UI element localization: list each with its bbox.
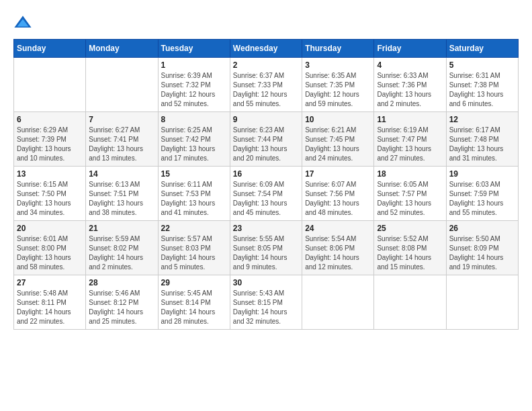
day-info: Sunrise: 6:21 AM Sunset: 7:45 PM Dayligh…	[305, 126, 371, 163]
day-info: Sunrise: 5:43 AM Sunset: 8:15 PM Dayligh…	[233, 289, 299, 326]
calendar-cell: 14Sunrise: 6:13 AM Sunset: 7:51 PM Dayli…	[86, 167, 158, 221]
logo	[13, 13, 35, 32]
day-header-saturday: Saturday	[446, 40, 518, 58]
day-info: Sunrise: 5:46 AM Sunset: 8:12 PM Dayligh…	[89, 289, 154, 326]
calendar-cell: 26Sunrise: 5:50 AM Sunset: 8:09 PM Dayli…	[446, 221, 518, 275]
day-number: 27	[17, 278, 83, 287]
day-info: Sunrise: 6:17 AM Sunset: 7:48 PM Dayligh…	[449, 126, 515, 163]
day-info: Sunrise: 6:25 AM Sunset: 7:42 PM Dayligh…	[161, 126, 227, 163]
calendar-cell: 12Sunrise: 6:17 AM Sunset: 7:48 PM Dayli…	[446, 112, 518, 167]
calendar-cell	[374, 275, 446, 330]
day-info: Sunrise: 6:07 AM Sunset: 7:56 PM Dayligh…	[305, 180, 371, 218]
day-info: Sunrise: 6:05 AM Sunset: 7:57 PM Dayligh…	[377, 180, 443, 218]
day-info: Sunrise: 5:50 AM Sunset: 8:09 PM Dayligh…	[449, 234, 515, 272]
calendar-cell: 11Sunrise: 6:19 AM Sunset: 7:47 PM Dayli…	[374, 112, 446, 167]
calendar-cell	[14, 58, 86, 112]
day-number: 19	[449, 169, 515, 179]
day-number: 18	[377, 169, 443, 179]
day-number: 3	[305, 60, 371, 70]
page-header	[13, 13, 519, 32]
day-number: 28	[89, 278, 154, 287]
calendar-cell: 2Sunrise: 6:37 AM Sunset: 7:33 PM Daylig…	[230, 58, 302, 112]
calendar-cell: 5Sunrise: 6:31 AM Sunset: 7:38 PM Daylig…	[446, 58, 518, 112]
day-info: Sunrise: 5:54 AM Sunset: 8:06 PM Dayligh…	[305, 234, 371, 272]
day-number: 8	[161, 115, 227, 124]
calendar-week-4: 20Sunrise: 6:01 AM Sunset: 8:00 PM Dayli…	[14, 221, 519, 275]
day-number: 13	[17, 169, 83, 179]
day-number: 11	[377, 115, 443, 124]
calendar-cell: 7Sunrise: 6:27 AM Sunset: 7:41 PM Daylig…	[86, 112, 158, 167]
calendar-cell: 30Sunrise: 5:43 AM Sunset: 8:15 PM Dayli…	[230, 275, 302, 330]
calendar-week-2: 6Sunrise: 6:29 AM Sunset: 7:39 PM Daylig…	[14, 112, 519, 167]
calendar-cell: 22Sunrise: 5:57 AM Sunset: 8:03 PM Dayli…	[158, 221, 230, 275]
day-info: Sunrise: 6:03 AM Sunset: 7:59 PM Dayligh…	[449, 180, 515, 218]
calendar-cell: 17Sunrise: 6:07 AM Sunset: 7:56 PM Dayli…	[302, 167, 374, 221]
calendar-table: SundayMondayTuesdayWednesdayThursdayFrid…	[13, 39, 519, 330]
day-info: Sunrise: 6:13 AM Sunset: 7:51 PM Dayligh…	[89, 180, 154, 218]
day-info: Sunrise: 5:55 AM Sunset: 8:05 PM Dayligh…	[233, 234, 299, 272]
day-header-monday: Monday	[86, 40, 158, 58]
calendar-cell: 6Sunrise: 6:29 AM Sunset: 7:39 PM Daylig…	[14, 112, 86, 167]
day-number: 9	[233, 115, 299, 124]
calendar-cell: 21Sunrise: 5:59 AM Sunset: 8:02 PM Dayli…	[86, 221, 158, 275]
day-number: 1	[161, 60, 227, 70]
day-info: Sunrise: 6:35 AM Sunset: 7:35 PM Dayligh…	[305, 71, 371, 109]
calendar-cell: 4Sunrise: 6:33 AM Sunset: 7:36 PM Daylig…	[374, 58, 446, 112]
day-number: 22	[161, 224, 227, 233]
calendar-cell: 1Sunrise: 6:39 AM Sunset: 7:32 PM Daylig…	[158, 58, 230, 112]
day-info: Sunrise: 5:57 AM Sunset: 8:03 PM Dayligh…	[161, 234, 227, 272]
calendar-cell: 16Sunrise: 6:09 AM Sunset: 7:54 PM Dayli…	[230, 167, 302, 221]
calendar-cell: 3Sunrise: 6:35 AM Sunset: 7:35 PM Daylig…	[302, 58, 374, 112]
day-info: Sunrise: 5:48 AM Sunset: 8:11 PM Dayligh…	[17, 289, 83, 326]
day-header-tuesday: Tuesday	[158, 40, 230, 58]
day-number: 21	[89, 224, 154, 233]
calendar-cell: 24Sunrise: 5:54 AM Sunset: 8:06 PM Dayli…	[302, 221, 374, 275]
calendar-cell: 9Sunrise: 6:23 AM Sunset: 7:44 PM Daylig…	[230, 112, 302, 167]
day-number: 5	[449, 60, 515, 70]
day-number: 25	[377, 224, 443, 233]
day-header-wednesday: Wednesday	[230, 40, 302, 58]
calendar-cell: 28Sunrise: 5:46 AM Sunset: 8:12 PM Dayli…	[86, 275, 158, 330]
day-header-sunday: Sunday	[14, 40, 86, 58]
day-info: Sunrise: 5:59 AM Sunset: 8:02 PM Dayligh…	[89, 234, 154, 272]
day-number: 24	[305, 224, 371, 233]
calendar-cell: 23Sunrise: 5:55 AM Sunset: 8:05 PM Dayli…	[230, 221, 302, 275]
day-number: 23	[233, 224, 299, 233]
calendar-cell: 25Sunrise: 5:52 AM Sunset: 8:08 PM Dayli…	[374, 221, 446, 275]
calendar-week-5: 27Sunrise: 5:48 AM Sunset: 8:11 PM Dayli…	[14, 275, 519, 330]
day-info: Sunrise: 6:19 AM Sunset: 7:47 PM Dayligh…	[377, 126, 443, 163]
calendar-week-1: 1Sunrise: 6:39 AM Sunset: 7:32 PM Daylig…	[14, 58, 519, 112]
calendar-cell	[302, 275, 374, 330]
day-number: 26	[449, 224, 515, 233]
calendar-cell: 18Sunrise: 6:05 AM Sunset: 7:57 PM Dayli…	[374, 167, 446, 221]
day-number: 17	[305, 169, 371, 179]
day-info: Sunrise: 6:37 AM Sunset: 7:33 PM Dayligh…	[233, 71, 299, 109]
day-info: Sunrise: 5:52 AM Sunset: 8:08 PM Dayligh…	[377, 234, 443, 272]
day-header-friday: Friday	[374, 40, 446, 58]
calendar-cell	[446, 275, 518, 330]
day-number: 6	[17, 115, 83, 124]
day-info: Sunrise: 6:31 AM Sunset: 7:38 PM Dayligh…	[449, 71, 515, 109]
day-number: 10	[305, 115, 371, 124]
day-number: 16	[233, 169, 299, 179]
day-info: Sunrise: 6:23 AM Sunset: 7:44 PM Dayligh…	[233, 126, 299, 163]
day-number: 7	[89, 115, 154, 124]
logo-icon	[13, 13, 32, 32]
calendar-cell: 27Sunrise: 5:48 AM Sunset: 8:11 PM Dayli…	[14, 275, 86, 330]
day-info: Sunrise: 6:09 AM Sunset: 7:54 PM Dayligh…	[233, 180, 299, 218]
day-number: 20	[17, 224, 83, 233]
calendar-cell: 15Sunrise: 6:11 AM Sunset: 7:53 PM Dayli…	[158, 167, 230, 221]
day-number: 14	[89, 169, 154, 179]
day-info: Sunrise: 5:45 AM Sunset: 8:14 PM Dayligh…	[161, 289, 227, 326]
day-info: Sunrise: 6:01 AM Sunset: 8:00 PM Dayligh…	[17, 234, 83, 272]
day-number: 15	[161, 169, 227, 179]
calendar-cell: 8Sunrise: 6:25 AM Sunset: 7:42 PM Daylig…	[158, 112, 230, 167]
day-info: Sunrise: 6:27 AM Sunset: 7:41 PM Dayligh…	[89, 126, 154, 163]
day-info: Sunrise: 6:39 AM Sunset: 7:32 PM Dayligh…	[161, 71, 227, 109]
day-number: 30	[233, 278, 299, 287]
calendar-cell: 20Sunrise: 6:01 AM Sunset: 8:00 PM Dayli…	[14, 221, 86, 275]
day-header-thursday: Thursday	[302, 40, 374, 58]
day-info: Sunrise: 6:11 AM Sunset: 7:53 PM Dayligh…	[161, 180, 227, 218]
calendar-header: SundayMondayTuesdayWednesdayThursdayFrid…	[14, 40, 519, 58]
day-number: 12	[449, 115, 515, 124]
